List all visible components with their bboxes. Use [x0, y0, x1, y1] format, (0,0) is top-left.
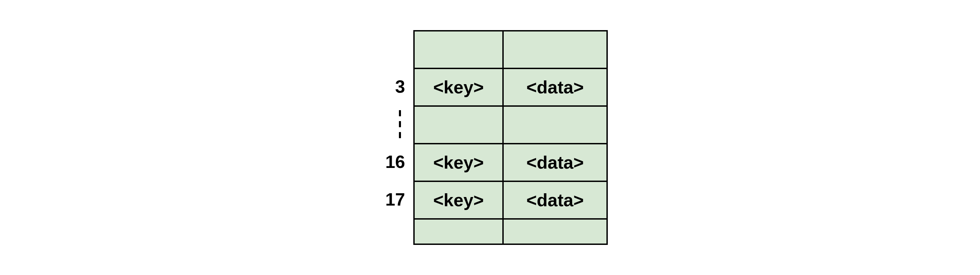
data-cell: <data> [504, 182, 606, 218]
table-row: <key> <data> [415, 69, 606, 107]
key-cell: <key> [415, 144, 504, 180]
table-row: <key> <data> [415, 182, 606, 220]
diagram-canvas: 3 16 17 <key> <data> [0, 0, 980, 275]
table-grid: <key> <data> <key> <data> <key> <data> [413, 30, 608, 245]
table-row [415, 107, 606, 144]
data-cell [504, 32, 606, 68]
index-label: 16 [372, 143, 413, 180]
ellipsis-icon [372, 105, 413, 143]
table-row [415, 32, 606, 69]
index-label: 3 [372, 68, 413, 105]
key-cell [415, 107, 504, 143]
index-label [372, 30, 413, 68]
key-cell [415, 32, 504, 68]
index-label: 17 [372, 180, 413, 218]
data-cell: <data> [504, 144, 606, 180]
data-cell [504, 107, 606, 143]
index-column: 3 16 17 [372, 30, 413, 245]
data-cell [504, 220, 606, 243]
key-cell: <key> [415, 69, 504, 105]
table-row: <key> <data> [415, 144, 606, 182]
data-cell: <data> [504, 69, 606, 105]
key-cell: <key> [415, 182, 504, 218]
hash-table-diagram: 3 16 17 <key> <data> [372, 30, 608, 245]
index-label [372, 218, 413, 242]
table-row [415, 220, 606, 243]
key-cell [415, 220, 504, 243]
